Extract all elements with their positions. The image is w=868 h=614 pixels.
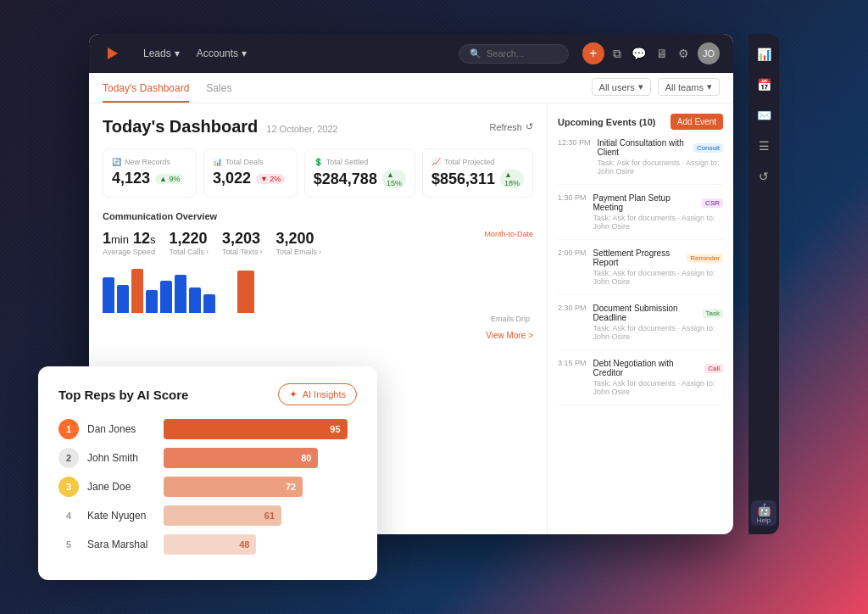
refresh-button[interactable]: Refresh ↺ (489, 121, 533, 132)
nav-icon-settings[interactable]: ⚙ (676, 45, 691, 62)
side-icon-calendar[interactable]: 📅 (752, 73, 776, 97)
event-item: 2:00 PM Settlement Progress Report Remin… (558, 248, 723, 295)
rep-bar: 61 (164, 505, 281, 526)
bar-chart-area: Emails Drip View More > (103, 268, 533, 342)
comm-section-title: Communication Overview (103, 211, 533, 221)
bar-3 (131, 269, 143, 313)
rep-bar: 95 (164, 419, 348, 439)
search-icon: 🔍 (470, 48, 481, 59)
rep-row: 3 Jane Doe 72 (58, 477, 357, 497)
event-name: Payment Plan Setup Meeting (593, 193, 699, 212)
user-avatar[interactable]: JO (698, 42, 720, 64)
nav-icon-copy[interactable]: ⧉ (611, 45, 623, 63)
events-list: 12:30 PM Initial Consultation with Clien… (558, 138, 723, 405)
filter-all-users[interactable]: All users ▾ (592, 78, 651, 96)
comm-stats-row: 1min 12s Average Speed 1,220 Total Calls… (103, 230, 533, 256)
svg-marker-0 (108, 47, 118, 59)
filter-all-teams[interactable]: All teams ▾ (658, 78, 720, 96)
rep-bar: 80 (164, 448, 318, 468)
event-time: 1:30 PM (558, 193, 587, 231)
rep-name: Sara Marshal (87, 539, 155, 550)
total-settled-icon: 💲 (314, 158, 323, 166)
event-badge: Consult (693, 143, 723, 153)
rep-bar: 72 (164, 477, 303, 497)
bar-9 (237, 271, 254, 313)
event-item: 1:30 PM Payment Plan Setup Meeting CSR T… (558, 193, 723, 240)
rep-name: John Smith (87, 452, 155, 464)
rep-bar-container: 61 (164, 505, 357, 526)
events-title: Upcoming Events (10) (558, 117, 656, 127)
rep-bar-container: 72 (164, 477, 357, 497)
kpi-grid: 🔄 New Records 4,123 ▲ 9% 📊 Total Deals 3… (103, 148, 533, 198)
event-badge: Reminder (687, 254, 723, 263)
event-task: Task: Ask for documents · Assign to: Joh… (593, 379, 723, 396)
bar-2 (117, 285, 129, 313)
events-header: Upcoming Events (10) Add Event (558, 114, 723, 130)
side-icon-refresh[interactable]: ↺ (752, 165, 776, 188)
dashboard-title-group: Today's Dashboard 12 October, 2022 (103, 117, 338, 137)
rep-rank: 4 (58, 505, 79, 526)
rep-bar-container: 95 (164, 419, 357, 439)
card-header: Top Reps by AI Score ✦ AI Insights (58, 383, 357, 405)
tab-sales[interactable]: Sales (206, 82, 231, 103)
side-icon-menu[interactable]: ☰ (752, 134, 776, 158)
nav-icon-chat[interactable]: 💬 (630, 45, 648, 62)
tab-filters: All users ▾ All teams ▾ (592, 78, 720, 103)
kpi-badge-3: ▲ 18% (500, 170, 524, 188)
bar-4 (146, 290, 158, 313)
rep-row: 4 Kate Nyugen 61 (58, 505, 357, 526)
comm-total-texts: 3,203 Total Texts › (222, 230, 262, 256)
event-badge: Call (704, 364, 723, 373)
add-button[interactable]: + (582, 42, 604, 64)
new-records-icon: 🔄 (112, 158, 121, 166)
bar-7 (189, 287, 201, 313)
rep-rank: 1 (58, 419, 79, 439)
nav-logo (103, 43, 123, 64)
bar-1 (103, 277, 114, 313)
nav-actions: + ⧉ 💬 🖥 ⚙ JO (582, 42, 720, 64)
help-button[interactable]: 🤖 Help (751, 500, 776, 526)
dashboard-title: Today's Dashboard (103, 117, 258, 137)
rep-score: 95 (330, 424, 340, 434)
event-name: Document Submission Deadline (593, 304, 699, 322)
view-more-link[interactable]: View More > (486, 331, 533, 340)
nav-bar: Leads ▾ Accounts ▾ 🔍 + ⧉ 💬 🖥 ⚙ JO (89, 34, 733, 73)
rep-bar-container: 80 (164, 448, 357, 468)
rep-score: 72 (286, 482, 296, 492)
kpi-badge-1: ▼ 2% (256, 174, 285, 184)
kpi-total-deals: 📊 Total Deals 3,022 ▼ 2% (203, 148, 298, 198)
ai-icon: ✦ (289, 388, 298, 400)
add-event-button[interactable]: Add Event (670, 114, 723, 130)
total-deals-icon: 📊 (213, 158, 222, 166)
rep-row: 5 Sara Marshal 48 (58, 534, 357, 555)
event-item: 2:30 PM Document Submission Deadline Tas… (558, 304, 723, 350)
nav-icon-monitor[interactable]: 🖥 (654, 45, 670, 62)
refresh-icon: ↺ (526, 121, 533, 132)
rep-bar: 48 (164, 534, 256, 555)
event-name: Debt Negotiation with Creditor (593, 359, 702, 377)
event-name: Settlement Progress Report (593, 248, 684, 267)
kpi-badge-0: ▲ 9% (155, 174, 184, 184)
kpi-total-settled: 💲 Total Settled $284,788 ▲ 15% (304, 148, 415, 198)
rep-name: Kate Nyugen (87, 510, 155, 522)
kpi-total-projected: 📈 Total Projected $856,311 ▲ 18% (422, 148, 533, 198)
top-reps-title: Top Reps by AI Score (58, 388, 188, 402)
side-icon-chart[interactable]: 📊 (752, 42, 776, 66)
event-task: Task: Ask for documents · Assign to: Joh… (598, 159, 723, 176)
accounts-menu[interactable]: Accounts ▾ (190, 44, 253, 63)
tab-today-dashboard[interactable]: Today's Dashboard (103, 82, 189, 103)
right-panel: Upcoming Events (10) Add Event 12:30 PM … (547, 103, 733, 534)
rep-rank: 2 (58, 448, 79, 468)
total-projected-icon: 📈 (431, 158, 441, 166)
rep-rank: 5 (58, 534, 79, 555)
event-item: 12:30 PM Initial Consultation with Clien… (558, 138, 723, 185)
search-input[interactable] (487, 48, 554, 59)
rep-score: 48 (239, 539, 249, 550)
leads-menu[interactable]: Leads ▾ (136, 44, 186, 63)
event-name: Initial Consultation with Client (598, 138, 690, 157)
side-icon-mail[interactable]: ✉️ (752, 103, 776, 127)
event-task: Task: Ask for documents · Assign to: Joh… (593, 269, 723, 286)
ai-insights-button[interactable]: ✦ AI Insights (278, 383, 357, 405)
rep-score: 80 (301, 453, 311, 463)
bar-8 (203, 294, 215, 313)
